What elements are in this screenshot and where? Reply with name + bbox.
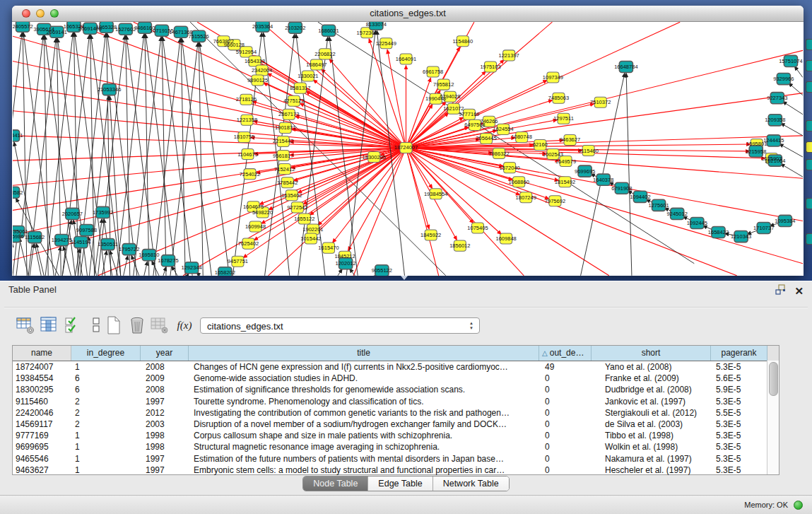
cell-in_degree: 1 [71, 430, 141, 441]
cell-short: Yano et al. (2008) [592, 361, 711, 373]
graph-node-label: 9660128 [224, 42, 245, 48]
network-canvas[interactable]: 1872400722068221686497133002185813174275… [13, 22, 803, 276]
cell-out_degree: 49 [539, 361, 592, 373]
graph-edge [300, 103, 406, 148]
table-row[interactable]: 911546021997Tourette syndrome. Phenomeno… [13, 396, 779, 407]
cell-year: 2009 [141, 373, 189, 384]
graph-edge [794, 66, 803, 78]
graph-window-titlebar[interactable]: citations_edges.txt [12, 6, 804, 22]
graph-node-label: 1710737 [753, 225, 774, 231]
graph-node-label: 2718126 [236, 96, 257, 103]
table-row[interactable]: 1830029562008Estimation of significance … [13, 384, 779, 395]
background-node-fragment [806, 39, 812, 50]
new-table-icon[interactable] [104, 315, 124, 335]
window-close-button[interactable] [22, 9, 30, 18]
graph-node-label: 9329966 [773, 76, 794, 82]
graph-node-label: 8215958 [746, 148, 766, 155]
cell-out_degree: 0 [539, 419, 592, 430]
graph-node-label: 9097588 [76, 227, 97, 233]
select-all-icon[interactable] [64, 315, 84, 335]
graph-edge [146, 34, 176, 276]
graph-node-label: 1097349 [543, 74, 563, 81]
table-row[interactable]: 2242004622012Investigating the contribut… [13, 407, 779, 419]
graph-node-label: 1115682 [25, 234, 45, 240]
column-header-short[interactable]: short [592, 346, 711, 361]
cell-title: Corpus callosum shape and size in male p… [189, 430, 539, 441]
graph-node-label: 1350511 [98, 241, 118, 247]
column-header-title[interactable]: title [189, 346, 539, 361]
scrollbar-thumb[interactable] [769, 362, 778, 396]
table-settings-icon[interactable] [16, 315, 35, 335]
tab-network-table[interactable]: Network Table [433, 477, 509, 491]
cell-out_degree: 0 [539, 453, 592, 465]
graph-node-label: 1664091 [396, 56, 416, 62]
cell-in_degree: 6 [71, 384, 141, 395]
graph-node-label: 1845922 [420, 232, 441, 238]
graph-node-label: 1221397 [499, 52, 519, 59]
attribute-table: name in_degree year title △out_de… short… [12, 345, 779, 475]
cell-title: Genome-wide association studies in ADHD. [189, 373, 539, 384]
graph-node-label: 1330021 [298, 73, 318, 79]
close-panel-icon[interactable]: ✕ [794, 286, 804, 297]
graph-edge [126, 35, 130, 276]
cell-title: Estimation of the future numbers of pati… [189, 453, 539, 465]
graph-edge [19, 238, 28, 275]
table-source-value: citations_edges.txt [207, 321, 283, 332]
show-columns-icon[interactable] [40, 315, 59, 335]
background-node-fragment [806, 141, 812, 153]
window-zoom-button[interactable] [50, 9, 59, 18]
graph-node-label: 1609948 [245, 223, 266, 230]
function-builder-icon[interactable]: f(x) [174, 315, 195, 335]
graph-node-label: 1244415 [763, 137, 784, 144]
table-row[interactable]: 977716911998Corpus callosum shape and si… [13, 430, 779, 441]
graph-node-label: 1902201 [302, 226, 323, 233]
cell-year: 2008 [141, 384, 189, 395]
graph-node-label: 19384554 [424, 191, 447, 197]
graph-edge [182, 38, 211, 276]
graph-edge [406, 148, 501, 234]
graph-node-label: 8133074 [366, 22, 387, 28]
table-row[interactable]: 1456911722003Disruption of a novel membe… [13, 419, 779, 430]
table-row[interactable]: 946554611997Estimation of the future num… [13, 453, 779, 465]
table-row[interactable]: 946362711997Embryonic stem cells: a mode… [13, 465, 779, 476]
cell-title: Investigating the contribution of common… [189, 407, 539, 419]
row-height-icon[interactable] [86, 315, 106, 335]
background-node-fragment [806, 60, 812, 71]
graph-node-label: 1394275 [52, 237, 72, 243]
graph-edge [162, 37, 166, 276]
tab-node-table[interactable]: Node Table [303, 477, 368, 491]
cell-in_degree: 1 [71, 361, 141, 373]
column-header-name[interactable]: name [13, 346, 71, 361]
graph-node-label: 1795722 [119, 246, 139, 252]
column-header-year[interactable]: year [141, 346, 189, 361]
graph-node-label: 9245012 [667, 211, 688, 217]
table-row[interactable]: 1938455462009Genome-wide association stu… [13, 373, 779, 384]
tab-edge-table[interactable]: Edge Table [368, 477, 433, 491]
graph-node-label: 1658422 [708, 229, 729, 235]
table-tabs: Node Table Edge Table Network Table [0, 476, 812, 491]
graph-node-label: 8581317 [290, 85, 310, 91]
graph-edge [126, 35, 156, 276]
graph-node-label: 9272542 [287, 204, 307, 211]
column-header-pagerank[interactable]: pagerank [711, 346, 767, 361]
delete-table-icon[interactable] [127, 315, 147, 335]
cell-pagerank: 5.3E-5 [711, 419, 767, 430]
cell-in_degree: 1 [71, 465, 141, 476]
column-header-in-degree[interactable]: in_degree [71, 346, 141, 361]
graph-edge [117, 34, 144, 276]
cell-out_degree: 0 [539, 384, 592, 395]
column-header-out-degree[interactable]: △out_de… [539, 346, 592, 361]
cell-short: de Silva et al. (2003) [592, 419, 711, 430]
graph-window[interactable]: citations_edges.txt 18724007220682216864… [12, 6, 804, 276]
table-vertical-scrollbar[interactable] [767, 361, 779, 474]
table-row[interactable]: 969969511998Structural magnetic resonanc… [13, 441, 779, 452]
float-panel-icon[interactable] [775, 284, 786, 298]
panel-splitter-handle[interactable] [401, 276, 408, 280]
cell-in_degree: 6 [71, 373, 141, 384]
cell-pagerank: 5.6E-5 [711, 373, 767, 384]
table-source-dropdown[interactable]: citations_edges.txt ▲▼ [200, 317, 480, 334]
table-row[interactable]: 1872400712008Changes of HCN gene express… [13, 361, 779, 373]
cell-short: Nakamura et al. (1997) [592, 453, 711, 465]
graph-node-label: 1202012 [335, 260, 355, 267]
window-minimize-button[interactable] [36, 9, 45, 18]
